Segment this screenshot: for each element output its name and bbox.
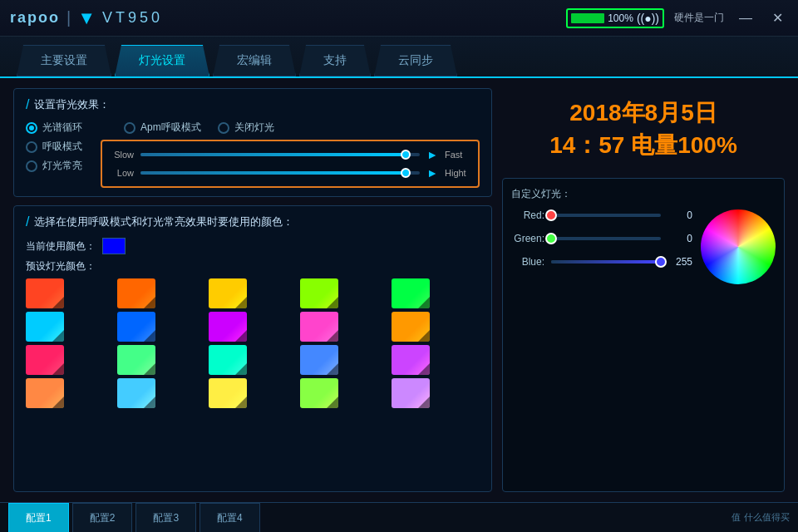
slider-speed-thumb[interactable] xyxy=(401,150,411,160)
tab-macro-edit[interactable]: 宏编辑 xyxy=(213,45,296,76)
title-right: 100% ((●)) 硬件是一门 — ✕ xyxy=(566,8,788,28)
color-preset-9[interactable] xyxy=(392,312,430,342)
color-preset-16[interactable] xyxy=(117,378,155,408)
color-preset-0[interactable] xyxy=(26,278,64,308)
color-preset-7[interactable] xyxy=(209,312,247,342)
color-presets-grid xyxy=(26,278,480,408)
custom-lights-content: Red: 0 Green: 0 xyxy=(511,209,776,284)
tab-main-settings[interactable]: 主要设置 xyxy=(17,45,111,76)
color-section: / 选择在使用呼吸模式和灯光常亮效果时要使用的颜色： 当前使用颜色： 预设灯光颜… xyxy=(13,205,492,492)
color-preset-13[interactable] xyxy=(300,345,338,375)
rgb-sliders: Red: 0 Green: 0 xyxy=(511,209,692,276)
current-color-row: 当前使用颜色： xyxy=(26,238,480,254)
battery-box: 100% ((●)) xyxy=(566,8,664,28)
color-preset-3[interactable] xyxy=(300,278,338,308)
tab-light-settings[interactable]: 灯光设置 xyxy=(115,45,209,76)
title-bar: rapoo | ▼ VT950 100% ((●)) 硬件是一门 — ✕ xyxy=(0,0,798,37)
preset-color-label: 预设灯光颜色： xyxy=(26,259,96,273)
sliders-area: Slow ► Fast Low xyxy=(101,140,480,188)
watermark: 值 什么值得买 xyxy=(732,503,790,532)
bottom-spacer xyxy=(264,503,728,532)
main-content: / 设置背光效果： 光谱循环 Apm呼吸模式 关闭灯光 xyxy=(0,78,798,502)
rgb-green-label: Green: xyxy=(511,233,544,244)
slider-fast-label: Fast xyxy=(445,150,470,160)
logo-rapoo: rapoo xyxy=(10,9,60,27)
rgb-green-value: 0 xyxy=(667,233,692,244)
slash-icon-2: / xyxy=(26,214,29,229)
minimize-button[interactable]: — xyxy=(734,9,757,27)
rgb-blue-label: Blue: xyxy=(511,256,544,268)
datetime-display: 2018年8月5日 14：57 电量100% xyxy=(502,88,785,170)
config-tab-1[interactable]: 配置1 xyxy=(8,503,69,532)
color-preset-8[interactable] xyxy=(300,312,338,342)
tab-cloud-sync[interactable]: 云同步 xyxy=(374,45,457,76)
slider-hight-label: Hight xyxy=(445,168,470,178)
color-preset-17[interactable] xyxy=(209,378,247,408)
slider-brightness-fill xyxy=(140,171,406,175)
config-tab-2[interactable]: 配置2 xyxy=(72,503,133,532)
color-preset-10[interactable] xyxy=(26,345,64,375)
slider-brightness-thumb[interactable] xyxy=(401,168,411,178)
color-preset-5[interactable] xyxy=(26,312,64,342)
mode-options: 呼吸模式 灯光常亮 xyxy=(26,140,92,173)
color-preset-15[interactable] xyxy=(26,378,64,408)
custom-lights-title: 自定义灯光： xyxy=(511,187,776,201)
radio-row-top: 光谱循环 Apm呼吸模式 关闭灯光 xyxy=(26,121,480,135)
rgb-blue-track[interactable] xyxy=(551,260,661,264)
radio-apm[interactable]: Apm呼吸模式 xyxy=(124,121,201,135)
config-tab-3[interactable]: 配置3 xyxy=(135,503,196,532)
radio-apm-circle xyxy=(124,122,135,134)
rgb-green-thumb[interactable] xyxy=(545,233,557,244)
rgb-blue-fill xyxy=(551,260,661,264)
rgb-green-track[interactable] xyxy=(551,237,661,240)
color-preset-14[interactable] xyxy=(392,345,430,375)
title-logo: rapoo | ▼ VT950 xyxy=(10,7,163,29)
radio-apm-label: Apm呼吸模式 xyxy=(140,121,201,135)
bottom-bar: 配置1 配置2 配置3 配置4 值 什么值得买 xyxy=(0,502,798,532)
wireless-icon: ((●)) xyxy=(637,12,659,25)
datetime-line2: 14：57 电量100% xyxy=(510,129,776,161)
slash-icon: / xyxy=(26,97,29,112)
radio-off-label: 关闭灯光 xyxy=(234,121,274,135)
config-tab-4[interactable]: 配置4 xyxy=(200,503,260,532)
rgb-red-value: 0 xyxy=(667,209,692,221)
backlight-section: / 设置背光效果： 光谱循环 Apm呼吸模式 关闭灯光 xyxy=(13,88,492,197)
color-preset-18[interactable] xyxy=(300,378,338,408)
radio-steady[interactable]: 灯光常亮 xyxy=(26,159,92,173)
battery-percent: 100% xyxy=(608,12,633,24)
sliders-container: Slow ► Fast Low xyxy=(92,140,480,188)
slider-brightness-track[interactable] xyxy=(140,171,420,175)
color-preset-4[interactable] xyxy=(392,278,430,308)
tab-support[interactable]: 支持 xyxy=(299,45,371,76)
radio-spectrum[interactable]: 光谱循环 xyxy=(26,121,82,135)
backlight-title-text: 设置背光效果： xyxy=(34,97,110,112)
current-color-swatch[interactable] xyxy=(102,238,126,254)
color-wheel[interactable] xyxy=(701,209,776,284)
nav-bar: 主要设置 灯光设置 宏编辑 支持 云同步 xyxy=(0,37,798,78)
slider-speed-row: Slow ► Fast xyxy=(111,148,470,161)
left-panel: / 设置背光效果： 光谱循环 Apm呼吸模式 关闭灯光 xyxy=(13,88,492,492)
rgb-blue-value: 255 xyxy=(667,256,692,268)
color-preset-2[interactable] xyxy=(209,278,247,308)
watermark-text2: 什么值得买 xyxy=(744,511,790,524)
radio-spectrum-circle xyxy=(26,122,37,134)
logo-divider: | xyxy=(66,8,71,27)
battery-inner xyxy=(571,13,604,23)
color-preset-6[interactable] xyxy=(117,312,155,342)
radio-breathe[interactable]: 呼吸模式 xyxy=(26,140,92,154)
rgb-red-track[interactable] xyxy=(551,214,661,217)
radio-steady-label: 灯光常亮 xyxy=(42,159,82,173)
rgb-red-thumb[interactable] xyxy=(545,209,557,221)
color-preset-19[interactable] xyxy=(392,378,430,408)
datetime-line1: 2018年8月5日 xyxy=(510,96,776,129)
close-button[interactable]: ✕ xyxy=(767,8,788,27)
radio-off[interactable]: 关闭灯光 xyxy=(218,121,274,135)
color-preset-12[interactable] xyxy=(209,345,247,375)
radio-breathe-label: 呼吸模式 xyxy=(42,140,82,154)
current-color-label: 当前使用颜色： xyxy=(26,239,96,254)
color-preset-1[interactable] xyxy=(117,278,155,308)
slider-speed-track[interactable] xyxy=(140,153,420,156)
color-preset-11[interactable] xyxy=(117,345,155,375)
rgb-blue-row: Blue: 255 xyxy=(511,256,692,268)
rgb-blue-thumb[interactable] xyxy=(655,256,667,268)
